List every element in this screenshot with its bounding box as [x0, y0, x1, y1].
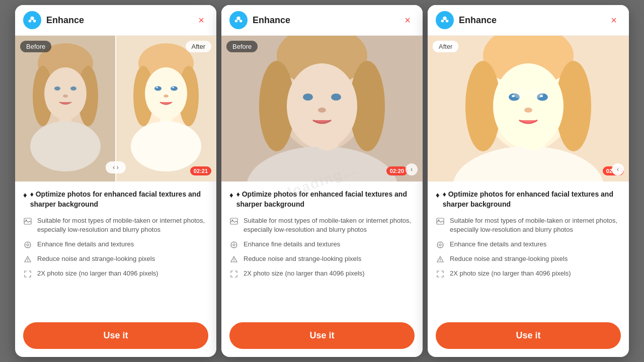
noise-icon-1 [23, 255, 32, 264]
svg-point-52 [331, 94, 341, 101]
svg-point-71 [446, 20, 449, 23]
card-2-content: ♦ ♦ Optimize photos for enhanced facial … [221, 182, 423, 317]
svg-point-33 [27, 244, 29, 246]
svg-point-29 [131, 121, 201, 171]
resize-icon-3 [436, 269, 445, 279]
after-half [116, 36, 216, 182]
card-1-title: Enhance [46, 15, 194, 26]
card-3-header: Enhance × [428, 5, 629, 36]
svg-point-93 [439, 244, 441, 246]
card-1: Enhance × [15, 5, 216, 357]
before-badge-1: Before [20, 41, 51, 52]
svg-point-61 [233, 244, 235, 246]
use-it-button-3[interactable]: Use it [436, 322, 621, 349]
before-half [15, 36, 116, 182]
svg-point-22 [145, 67, 187, 120]
diamond-icon-2: ♦ [229, 190, 233, 209]
after-badge-3: After [433, 41, 458, 52]
svg-point-53 [318, 108, 326, 113]
detail-icon-2 [229, 240, 238, 249]
feature-item-3-3: 2X photo size (no larger than 4096 pixel… [436, 269, 621, 279]
detail-icon-3 [436, 240, 445, 249]
detail-icon-1 [23, 240, 32, 249]
card-2-header: Enhance × [221, 5, 423, 36]
svg-point-26 [172, 87, 174, 88]
app-logo-2 [229, 11, 248, 29]
split-view-1: Before After ‹ › 02:21 [15, 36, 216, 182]
svg-point-89 [528, 88, 543, 99]
feature-item-2-1: Enhance fine details and textures [229, 240, 415, 249]
diamond-icon-3: ♦ [436, 190, 440, 209]
diamond-icon-1: ♦ [23, 190, 27, 209]
svg-point-51 [303, 94, 313, 101]
cards-container: Enhance × [0, 0, 644, 362]
feature-item-1-2: Reduce noise and strange-looking pixels [23, 254, 208, 264]
split-handle-1[interactable]: ‹ › [106, 161, 126, 173]
card-3-title: Enhance [459, 15, 607, 26]
noise-icon-2 [229, 255, 238, 264]
svg-point-69 [443, 17, 446, 20]
card-3-image: After 02:20 ‹ [428, 36, 629, 182]
card-2-feature-list: Suitable for most types of mobile-taken … [229, 216, 415, 278]
card-1-image: Before After ‹ › 02:21 [15, 36, 216, 182]
card-3-close-button[interactable]: × [607, 13, 621, 27]
card-2-image: Before 02:20 ‹ [221, 36, 423, 182]
svg-point-57 [314, 132, 340, 150]
card-3-content: ♦ ♦ Optimize photos for enhanced facial … [428, 182, 629, 317]
card-3-feature-title: ♦ ♦ Optimize photos for enhanced facial … [436, 190, 621, 209]
feature-item-2-2: Reduce noise and strange-looking pixels [229, 254, 415, 264]
card-1-content: ♦ ♦ Optimize photos for enhanced facial … [15, 182, 216, 317]
noise-icon-3 [436, 255, 445, 264]
feature-item-1-1: Enhance fine details and textures [23, 240, 208, 249]
before-badge-2: Before [226, 41, 258, 52]
card-2: Enhance × [221, 5, 423, 357]
card-1-feature-title: ♦ ♦ Optimize photos for enhanced facial … [23, 190, 208, 209]
card-2-feature-title: ♦ ♦ Optimize photos for enhanced facial … [229, 190, 415, 209]
resize-icon-2 [229, 269, 238, 279]
image-icon-2 [229, 217, 238, 226]
app-logo-1 [23, 11, 41, 29]
svg-point-87 [521, 132, 546, 150]
svg-point-83 [524, 108, 532, 113]
split-divider-1 [115, 36, 116, 182]
svg-rect-15 [15, 36, 116, 182]
svg-point-25 [156, 87, 158, 88]
svg-point-0 [30, 17, 34, 20]
after-badge-1: After [186, 41, 211, 52]
feature-item-2-3: 2X photo size (no larger than 4096 pixel… [229, 269, 415, 279]
image-icon-3 [436, 217, 445, 226]
svg-point-88 [513, 88, 528, 99]
svg-point-1 [29, 20, 32, 23]
svg-point-40 [27, 260, 28, 261]
timer-badge-1: 02:21 [190, 166, 211, 175]
feature-item-3-0: Suitable for most types of mobile-taken … [436, 216, 621, 234]
svg-point-42 [235, 20, 238, 23]
card-3-feature-list: Suitable for most types of mobile-taken … [436, 216, 621, 278]
svg-point-27 [164, 95, 169, 98]
svg-point-23 [154, 86, 162, 91]
nav-arrow-3[interactable]: ‹ [612, 163, 624, 175]
svg-point-41 [236, 17, 240, 20]
feature-item-2-0: Suitable for most types of mobile-taken … [229, 216, 415, 234]
timer-badge-2: 02:20 [386, 166, 408, 175]
svg-point-24 [171, 86, 178, 91]
feature-item-3-1: Enhance fine details and textures [436, 240, 621, 249]
svg-point-100 [440, 260, 441, 261]
card-1-close-button[interactable]: × [194, 13, 208, 27]
app-logo-3 [436, 11, 454, 29]
nav-arrow-2[interactable]: ‹ [406, 163, 418, 175]
card-2-title: Enhance [253, 15, 400, 26]
card-1-feature-list: Suitable for most types of mobile-taken … [23, 216, 208, 278]
feature-item-3-2: Reduce noise and strange-looking pixels [436, 254, 621, 264]
svg-point-2 [33, 20, 36, 23]
card-1-header: Enhance × [15, 5, 216, 36]
image-icon-1 [23, 217, 32, 226]
feature-item-1-3: 2X photo size (no larger than 4096 pixel… [23, 269, 208, 279]
card-2-close-button[interactable]: × [400, 13, 415, 27]
use-it-button-1[interactable]: Use it [23, 322, 208, 349]
resize-icon-1 [23, 269, 32, 279]
feature-item-1-0: Suitable for most types of mobile-taken … [23, 216, 208, 234]
svg-point-43 [239, 20, 243, 23]
card-3: Enhance × [428, 5, 629, 357]
use-it-button-2[interactable]: Use it [229, 322, 415, 349]
